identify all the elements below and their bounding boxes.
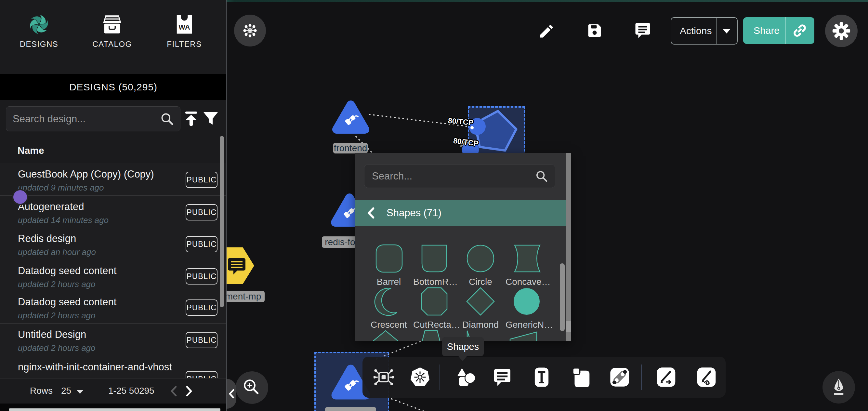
shape-partial[interactable]	[368, 329, 403, 341]
gear-icon	[832, 22, 850, 40]
actions-divider	[716, 18, 717, 44]
save-icon	[586, 22, 603, 39]
edit-button[interactable]	[538, 23, 556, 40]
shapes-panel-header[interactable]: Shapes (71)	[355, 200, 566, 226]
design-row[interactable]: Datadog seed content updated 2 hours ago…	[0, 291, 226, 324]
column-header-name[interactable]: Name	[18, 145, 44, 156]
shape-item-circle[interactable]: Circle	[459, 243, 502, 287]
link-tool-button[interactable]	[606, 365, 633, 389]
tooltip-arrow	[458, 355, 467, 361]
node-frontend[interactable]	[329, 97, 373, 142]
tab-catalog[interactable]: CATALOG	[81, 13, 143, 71]
shapes-search-input[interactable]	[364, 170, 535, 182]
copy-link-icon[interactable]	[790, 23, 809, 39]
zoom-in-icon	[244, 379, 260, 396]
kubernetes-tool-button[interactable]	[406, 365, 434, 389]
pagination-range: 1-25 50295	[108, 386, 154, 396]
chevron-down-icon[interactable]	[722, 28, 732, 35]
chain-link-icon	[610, 368, 629, 387]
shape-item-barrel[interactable]: Barrel	[368, 243, 410, 287]
tab-designs[interactable]: DESIGNS	[8, 13, 70, 71]
note-tool-button[interactable]	[568, 365, 595, 389]
mesh-icon	[243, 23, 257, 38]
search-icon	[160, 112, 174, 126]
shapes-panel-title: Shapes (71)	[386, 207, 441, 219]
svg-text:WA: WA	[179, 23, 190, 31]
sidebar-bottom-edge	[9, 408, 220, 411]
save-button[interactable]	[586, 22, 603, 39]
shape-item-crescent[interactable]: Crescent	[368, 287, 410, 330]
visibility-badge[interactable]: PUBLIC	[186, 332, 217, 348]
visibility-badge[interactable]: PUBLIC	[186, 172, 217, 188]
design-row[interactable]: nginx-with-init-container-and-vhost PUBL…	[0, 356, 226, 378]
design-row[interactable]: Untitled Design updated 2 hours ago PUBL…	[0, 324, 226, 356]
sidebar-header: DESIGNS (50,295)	[0, 74, 226, 100]
node-comment[interactable]	[224, 247, 254, 284]
visibility-badge[interactable]: PUBLIC	[186, 236, 217, 252]
pen-nib-icon	[830, 378, 847, 397]
shape-item-bottomround[interactable]: BottomR…	[413, 243, 456, 287]
comment-icon	[634, 22, 651, 39]
shapes-search-field[interactable]	[364, 164, 555, 188]
avatar	[12, 189, 28, 205]
shape-item-cutrectangle[interactable]: CutRecta…	[413, 287, 456, 330]
design-row[interactable]: GuestBook App (Copy) (Copy) updated 9 mi…	[0, 163, 226, 196]
rows-label: Rows	[30, 386, 53, 396]
freehand-draw-button[interactable]	[693, 365, 720, 389]
shapes-panel: Shapes (71) Barrel BottomR… Circle Conca…	[355, 153, 571, 341]
shape-item-genericnode[interactable]: GenericN…	[505, 287, 548, 330]
shapes-icon	[456, 367, 476, 388]
search-icon	[535, 170, 548, 183]
node-label-frontend[interactable]: frontend	[333, 143, 368, 153]
zoom-in-button[interactable]	[236, 371, 268, 404]
shape-partial[interactable]	[505, 329, 541, 341]
visibility-badge[interactable]: PUBLIC	[186, 268, 217, 285]
design-search-field[interactable]	[6, 106, 180, 131]
visibility-badge[interactable]: PUBLIC	[186, 299, 217, 316]
shape-item-concave[interactable]: Concave…	[505, 243, 548, 287]
text-tool-button[interactable]	[528, 365, 555, 389]
chevron-down-icon[interactable]	[76, 389, 84, 395]
shape-item-diamond[interactable]: Diamond	[459, 287, 502, 330]
design-row[interactable]: Autogenerated updated 14 minutes ago PUB…	[0, 196, 226, 228]
share-divider	[785, 17, 786, 44]
catalog-icon	[102, 13, 122, 36]
component-icon	[374, 367, 394, 387]
pen-mode-button[interactable]	[823, 371, 855, 404]
pen-arrow-icon	[656, 367, 676, 387]
chevron-left-icon[interactable]	[366, 207, 375, 219]
component-tool-button[interactable]	[370, 365, 397, 389]
settings-button[interactable]	[825, 14, 858, 47]
node-label-redis[interactable]: redis-fo	[322, 236, 358, 248]
annotate-pen-button[interactable]	[652, 365, 680, 389]
comments-button[interactable]	[634, 22, 651, 39]
node-label-partial	[325, 407, 376, 411]
text-icon	[534, 367, 550, 387]
grid-scrollbar[interactable]	[560, 263, 565, 331]
shapes-tool-button[interactable]	[452, 365, 479, 389]
toolbar-divider	[641, 364, 642, 390]
comment-tool-button[interactable]	[489, 365, 516, 389]
visibility-badge[interactable]: PUBLIC	[186, 204, 217, 221]
meshery-playground: frontend 80/TCP 80/TCP redis-fo me	[0, 0, 868, 411]
share-button[interactable]: Share	[743, 17, 814, 44]
design-row[interactable]: Redis design updated an hour ago PUBLIC	[0, 228, 226, 260]
design-search-input[interactable]	[6, 113, 160, 125]
mesh-overview-button[interactable]	[234, 14, 266, 47]
designs-sidebar: DESIGNS CATALOG	[0, 0, 226, 411]
actions-button[interactable]: Actions	[671, 17, 738, 45]
actions-label: Actions	[680, 25, 712, 36]
design-row[interactable]: Datadog seed content updated 2 hours ago…	[0, 260, 226, 291]
sidebar-scrollbar[interactable]	[220, 136, 224, 307]
wasm-filter-icon: WA	[175, 13, 193, 36]
edge-bottom-down[interactable]	[388, 397, 423, 411]
next-page-icon[interactable]	[185, 386, 193, 397]
filter-icon[interactable]	[203, 111, 218, 126]
rows-per-page-select[interactable]: 25	[61, 386, 71, 396]
panel-scrollbar[interactable]	[566, 153, 571, 341]
upload-design-icon[interactable]	[184, 111, 198, 126]
prev-page-icon[interactable]	[170, 386, 178, 397]
tab-filters[interactable]: WA FILTERS	[153, 13, 215, 71]
canvas-toolbar	[363, 357, 725, 398]
node-label-comment[interactable]: ment-mp	[222, 291, 265, 302]
